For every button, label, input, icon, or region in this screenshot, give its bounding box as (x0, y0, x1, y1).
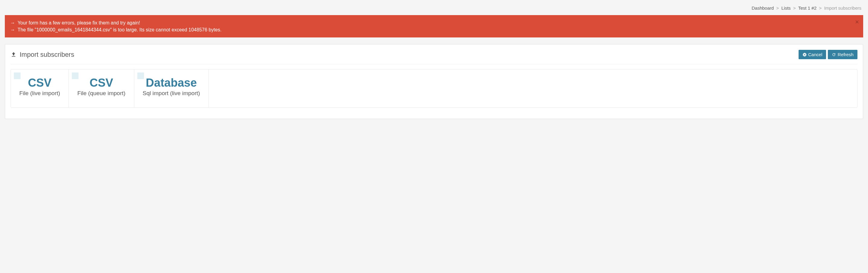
spacer (209, 69, 857, 108)
import-option-csv-live[interactable]: CSV File (live import) (11, 69, 69, 108)
box-actions: Cancel Refresh (799, 50, 858, 59)
refresh-icon (832, 53, 836, 57)
breadcrumb-bar: Dashboard > Lists > Test 1 #2 > Import s… (0, 0, 868, 15)
import-option-csv-queue[interactable]: CSV File (queue import) (69, 69, 134, 108)
arrow-icon: → (10, 20, 15, 25)
import-option-title: CSV (19, 77, 60, 89)
close-icon[interactable]: × (855, 19, 859, 25)
import-option-database[interactable]: Database Sql import (live import) (134, 69, 209, 108)
breadcrumb: Dashboard > Lists > Test 1 #2 > Import s… (751, 5, 861, 10)
arrow-icon: → (10, 27, 15, 32)
import-option-subtitle: File (queue import) (77, 90, 125, 97)
breadcrumb-separator: > (776, 5, 779, 10)
alert-text-1: Your form has a few errors, please fix t… (18, 20, 140, 25)
box-header: Import subscribers Cancel Refresh (10, 50, 858, 64)
import-option-subtitle: Sql import (live import) (143, 90, 200, 97)
cancel-button[interactable]: Cancel (799, 50, 826, 59)
database-icon (137, 72, 144, 79)
alert-line: → The file "1000000_emails_1641844344.cs… (10, 26, 858, 33)
error-alert: × → Your form has a few errors, please f… (5, 15, 863, 37)
cancel-icon (803, 53, 807, 57)
breadcrumb-current: Import subscribers (824, 5, 861, 10)
import-options-row: CSV File (live import) CSV File (queue i… (10, 69, 858, 108)
breadcrumb-link-test[interactable]: Test 1 #2 (798, 5, 817, 10)
import-icon (10, 52, 17, 58)
refresh-button[interactable]: Refresh (828, 50, 858, 59)
import-option-title: CSV (77, 77, 125, 89)
refresh-label: Refresh (838, 52, 854, 57)
alert-text-2: The file "1000000_emails_1641844344.csv"… (18, 27, 221, 32)
file-icon (72, 72, 79, 79)
breadcrumb-separator: > (819, 5, 822, 10)
breadcrumb-link-lists[interactable]: Lists (781, 5, 791, 10)
import-option-subtitle: File (live import) (19, 90, 60, 97)
import-option-title: Database (143, 77, 200, 89)
alert-line: → Your form has a few errors, please fix… (10, 19, 858, 26)
file-icon (14, 72, 21, 79)
cancel-label: Cancel (808, 52, 823, 57)
page-title-text: Import subscribers (20, 51, 74, 59)
page-title: Import subscribers (10, 51, 74, 59)
breadcrumb-separator: > (793, 5, 796, 10)
breadcrumb-link-dashboard[interactable]: Dashboard (751, 5, 774, 10)
main-box: Import subscribers Cancel Refresh CSV Fi… (5, 44, 863, 119)
